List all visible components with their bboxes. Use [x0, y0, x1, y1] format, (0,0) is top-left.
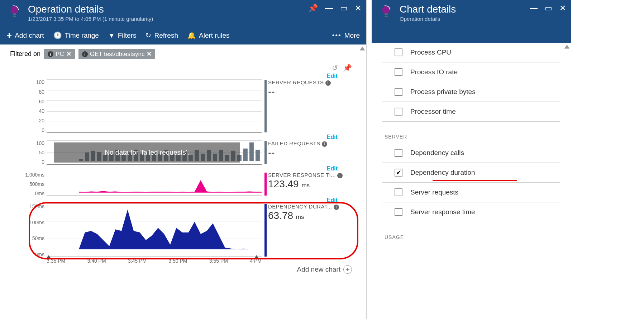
edit-link[interactable]: Edit	[14, 73, 352, 79]
charts: Edit 100806040200 SERVER REQUESTSi -- Ed…	[0, 73, 366, 264]
metric-server-requests[interactable]: SERVER REQUESTSi --	[262, 79, 352, 133]
svg-rect-31	[249, 142, 254, 161]
ellipsis-icon: •••	[332, 32, 342, 39]
plus-icon: +	[6, 30, 12, 41]
info-icon[interactable]: i	[337, 173, 343, 178]
edit-link[interactable]: Edit	[14, 197, 352, 203]
operation-details-blade: Operation details 1/23/2017 3:35 PM to 4…	[0, 0, 367, 319]
info-icon: i	[82, 51, 88, 57]
metric-option-dependency-duration[interactable]: Dependency duration	[382, 163, 560, 183]
title-box: Operation details 1/23/2017 3:35 PM to 4…	[28, 4, 153, 22]
info-icon[interactable]: i	[325, 80, 331, 86]
plus-circle-icon: +	[343, 265, 352, 274]
content-area: Filtered on iPC✕ iGET test/dbtestsync✕ ↺…	[0, 44, 366, 319]
remove-chip-icon[interactable]: ✕	[147, 50, 152, 58]
metric-option-process-bytes[interactable]: Process private bytes	[382, 82, 560, 102]
add-chart-button[interactable]: +Add chart	[6, 30, 44, 41]
no-data-overlay: No data for 'failed requests'.	[54, 142, 240, 163]
blade-header: Operation details 1/23/2017 3:35 PM to 4…	[0, 0, 366, 27]
chart-details-blade: Chart details Operation details — ▭ ✕ Pr…	[372, 0, 571, 319]
info-icon[interactable]: i	[322, 141, 327, 147]
blade-header: Chart details Operation details — ▭ ✕	[372, 0, 571, 27]
minimize-icon[interactable]: —	[325, 4, 333, 13]
remove-chip-icon[interactable]: ✕	[66, 50, 71, 58]
metric-failed-requests[interactable]: FAILED REQUESTSi --	[262, 140, 352, 165]
svg-rect-35	[385, 16, 387, 17]
chart-tools: ↺ 📌	[0, 64, 366, 72]
filters-button[interactable]: ▼Filters	[108, 32, 137, 39]
checkbox[interactable]	[395, 108, 402, 116]
refresh-button[interactable]: ↻Refresh	[146, 31, 178, 39]
area-blue	[79, 203, 262, 249]
filter-chip-pc[interactable]: iPC✕	[44, 49, 75, 59]
metric-option-server-requests[interactable]: Server requests	[382, 183, 560, 202]
filter-bar: Filtered on iPC✕ iGET test/dbtestsync✕	[0, 44, 366, 64]
window-buttons: 📌 — ▭ ✕	[308, 4, 361, 13]
metric-dependency-duration[interactable]: DEPENDENCY DURAT...i 63.78 ms	[262, 203, 352, 257]
info-icon: i	[48, 51, 53, 57]
metric-option-dependency-calls[interactable]: Dependency calls	[382, 143, 560, 163]
svg-rect-32	[256, 150, 260, 161]
more-button[interactable]: •••More	[332, 32, 360, 39]
alert-rules-button[interactable]: 🔔Alert rules	[187, 31, 230, 39]
checkbox[interactable]	[395, 68, 402, 76]
edit-link[interactable]: Edit	[14, 134, 352, 140]
blade-title: Chart details	[400, 4, 456, 15]
pin-icon[interactable]: 📌	[308, 4, 318, 13]
close-icon[interactable]: ✕	[559, 4, 566, 13]
refresh-icon: ↻	[146, 31, 151, 39]
svg-rect-30	[243, 149, 248, 161]
blade-title: Operation details	[28, 4, 153, 15]
chart-server-response-time: 1,000ms500ms0ms SERVER RESPONSE TI...i 1…	[14, 172, 352, 196]
time-range-button[interactable]: 🕑Time range	[53, 31, 99, 39]
chart-dependency-duration: 150ms100ms50ms0ms DEPENDENCY DURAT...i 6…	[14, 203, 352, 257]
minimize-icon[interactable]: —	[530, 4, 538, 13]
lightbulb-icon	[7, 4, 22, 22]
chart-failed-requests: 100500 No data for 'failed requests'. FA…	[14, 140, 352, 165]
checkbox[interactable]	[395, 88, 402, 96]
section-server: SERVER	[385, 134, 560, 140]
time-marker-start[interactable]	[46, 255, 52, 259]
bell-icon: 🔔	[187, 31, 196, 39]
scroll-up-icon[interactable]	[564, 43, 570, 50]
add-new-chart-button[interactable]: Add new chart +	[0, 264, 366, 275]
metric-option-process-cpu[interactable]: Process CPU	[382, 43, 560, 62]
clock-icon: 🕑	[53, 31, 62, 39]
toolbar: +Add chart 🕑Time range ▼Filters ↻Refresh…	[0, 27, 366, 44]
filter-chip-get[interactable]: iGET test/dbtestsync✕	[78, 49, 156, 59]
chart-server-requests: 100806040200 SERVER REQUESTSi --	[14, 79, 352, 133]
metric-server-response-time[interactable]: SERVER RESPONSE TI...i 123.49 ms	[262, 172, 352, 196]
section-usage: USAGE	[385, 234, 560, 240]
metric-option-process-io[interactable]: Process IO rate	[382, 62, 560, 82]
svg-rect-34	[385, 14, 387, 15]
blade-subtitle: Operation details	[400, 16, 456, 22]
checkbox[interactable]	[395, 149, 402, 157]
checkbox[interactable]	[395, 208, 402, 216]
blade-subtitle: 1/23/2017 3:35 PM to 4:05 PM (1 minute g…	[28, 16, 153, 22]
filter-icon: ▼	[108, 32, 115, 39]
checkbox[interactable]	[395, 188, 402, 196]
lightbulb-icon	[379, 4, 393, 22]
pin-chart-icon[interactable]: 📌	[343, 64, 352, 72]
metric-option-server-response-time[interactable]: Server response time	[382, 202, 560, 222]
maximize-icon[interactable]: ▭	[340, 4, 348, 13]
checkbox-checked[interactable]	[395, 169, 402, 177]
close-icon[interactable]: ✕	[355, 4, 361, 13]
filtered-on-label: Filtered on	[10, 50, 40, 58]
edit-link[interactable]: Edit	[14, 165, 352, 172]
svg-rect-1	[13, 14, 16, 15]
time-marker-end[interactable]	[254, 255, 259, 259]
maximize-icon[interactable]: ▭	[545, 4, 552, 13]
metrics-list: Process CPU Process IO rate Process priv…	[372, 43, 571, 319]
info-icon[interactable]: i	[334, 205, 339, 210]
area-pink	[79, 172, 262, 193]
checkbox[interactable]	[395, 48, 402, 56]
history-icon[interactable]: ↺	[332, 64, 338, 72]
metric-option-processor-time[interactable]: Processor time	[382, 102, 560, 122]
svg-rect-2	[13, 16, 16, 17]
